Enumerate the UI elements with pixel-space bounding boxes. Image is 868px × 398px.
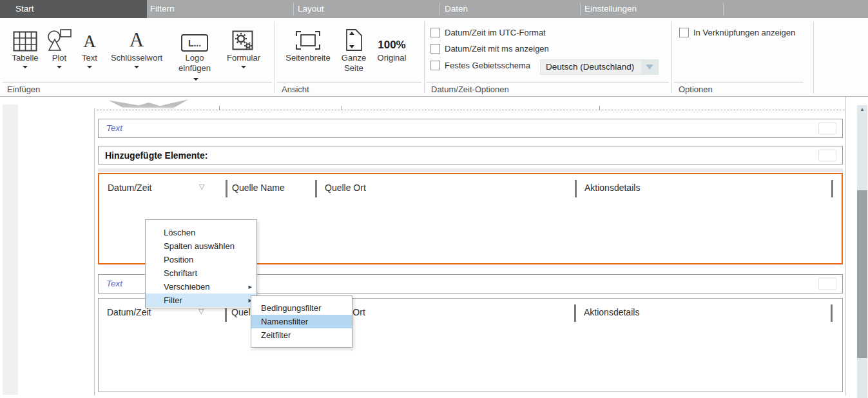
ms-checkbox[interactable] xyxy=(430,44,440,54)
logo-icon-text: L... xyxy=(188,38,201,48)
group-label-datumzeit: Datum/Zeit-Optionen xyxy=(427,82,669,96)
submenu-item-namensfilter[interactable]: Namensfilter xyxy=(251,315,352,328)
group-label-optionen: Optionen xyxy=(674,82,804,96)
logo-einfuegen-button[interactable]: L... Logo einfügen xyxy=(169,23,220,83)
button-label: Plot xyxy=(45,53,73,63)
menu-item-label: Verschieben xyxy=(164,282,210,292)
gebietsschema-checkbox[interactable] xyxy=(430,61,440,70)
submenu-arrow-icon: ▸ xyxy=(248,280,252,294)
tab-divider xyxy=(723,3,724,15)
keyword-letter-icon: A xyxy=(104,23,169,53)
tab-start[interactable]: Start xyxy=(0,0,147,18)
group-label-ansicht: Ansicht xyxy=(277,82,421,96)
tab-einstellungen[interactable]: Einstellungen xyxy=(581,0,723,18)
original-100-button[interactable]: 100% Original xyxy=(371,23,412,63)
text-button[interactable]: A Text xyxy=(75,23,104,68)
column-divider[interactable] xyxy=(831,304,833,322)
seitenbreite-button[interactable]: Seitenbreite xyxy=(280,23,336,63)
zoom-100-icon: 100% xyxy=(371,23,412,53)
event-table-2[interactable]: Datum/Zeit ▽ Quelle Name Quelle Ort Akti… xyxy=(98,298,843,392)
button-label: Seitenbreite xyxy=(280,53,336,63)
tab-daten[interactable]: Daten xyxy=(441,0,580,18)
submenu-item-bedingungsfilter[interactable]: Bedingungsfilter xyxy=(251,301,352,315)
group-label-einfuegen: Einfügen xyxy=(3,82,272,96)
text-block-1[interactable]: Text xyxy=(98,119,843,138)
column-header-datumzeit[interactable]: Datum/Zeit xyxy=(107,307,151,317)
dashed-border-tick xyxy=(599,106,600,110)
column-divider[interactable] xyxy=(226,180,227,197)
menu-item-schriftart[interactable]: Schriftart xyxy=(146,266,256,280)
partial-logo-smudge xyxy=(108,99,189,108)
button-label: Logo einfügen xyxy=(169,53,220,74)
group-label-text: Ansicht xyxy=(282,85,309,94)
heading-block[interactable]: Hinzugefügte Elemente: xyxy=(98,146,843,164)
menu-item-spalten-auswaehlen[interactable]: Spalten auswählen xyxy=(146,239,256,253)
schluesselwort-button[interactable]: A Schlüsselwort xyxy=(104,23,169,68)
column-divider[interactable] xyxy=(831,180,833,197)
verknuepfungen-checkbox[interactable] xyxy=(679,28,689,37)
column-dropdown-icon[interactable]: ▽ xyxy=(199,183,204,191)
tab-layout[interactable]: Layout xyxy=(294,0,439,18)
table-icon xyxy=(5,23,45,53)
tab-label: Start xyxy=(15,0,34,18)
button-label: Formular xyxy=(220,53,267,63)
button-label: Schlüsselwort xyxy=(104,53,169,63)
column-divider[interactable] xyxy=(574,304,576,322)
document-canvas: Text Hinzugefügte Elemente: Datum/Zeit ▽… xyxy=(0,97,868,398)
filter-submenu: Bedingungsfilter Namensfilter Zeitfilter xyxy=(251,295,352,348)
column-header-datumzeit[interactable]: Datum/Zeit xyxy=(108,183,151,193)
full-page-icon xyxy=(338,23,370,53)
column-header-aktionsdetails[interactable]: Aktionsdetails xyxy=(584,183,640,193)
tab-divider xyxy=(580,3,581,15)
menu-item-label: Löschen xyxy=(164,228,195,237)
column-header-quelle-name[interactable]: Quelle Name xyxy=(232,183,285,193)
scrollbar-up-arrow[interactable]: ▲ xyxy=(857,106,867,112)
german-flag-icon xyxy=(819,279,836,290)
chevron-down-icon xyxy=(193,78,198,81)
button-label: Text xyxy=(75,53,104,63)
checkbox-label: Datum/Zeit mit ms anzeigen xyxy=(445,44,549,54)
utc-checkbox-row: Datum/Zeit im UTC-Format xyxy=(430,28,546,37)
checkbox-label: Datum/Zeit im UTC-Format xyxy=(445,28,546,37)
tabelle-button[interactable]: Tabelle xyxy=(5,23,45,68)
heading-block-label: Hinzugefügte Elemente: xyxy=(105,150,207,161)
page-right-edge xyxy=(845,97,846,395)
utc-checkbox[interactable] xyxy=(430,28,440,37)
menu-item-label: Namensfilter xyxy=(261,317,308,326)
column-header-aktionsdetails[interactable]: Aktionsdetails xyxy=(584,307,639,317)
dashed-border-tick xyxy=(342,106,342,110)
tab-label: Einstellungen xyxy=(584,0,637,18)
locale-dropdown[interactable]: Deutsch (Deutschland) xyxy=(540,59,659,75)
text-block-label: Text xyxy=(106,279,122,288)
zoom-value: 100% xyxy=(378,39,405,52)
plot-button[interactable]: Plot xyxy=(45,23,73,68)
menu-item-verschieben[interactable]: Verschieben ▸ xyxy=(146,280,256,294)
group-divider xyxy=(275,21,275,94)
app-window: Start Filtern Layout Daten Einstellungen xyxy=(0,0,868,398)
menu-item-loeschen[interactable]: Löschen xyxy=(146,226,256,239)
ganze-seite-button[interactable]: Ganze Seite xyxy=(338,23,370,74)
menu-item-filter[interactable]: Filter ▸ xyxy=(146,294,256,307)
tab-label: Filtern xyxy=(150,0,175,18)
checkbox-label: In Verknüpfungen anzeigen xyxy=(693,28,795,37)
menu-item-position[interactable]: Position xyxy=(146,253,256,266)
formular-button[interactable]: Formular xyxy=(220,23,267,68)
chevron-down-icon xyxy=(23,66,28,68)
submenu-item-zeitfilter[interactable]: Zeitfilter xyxy=(251,328,352,342)
german-flag-icon xyxy=(819,150,836,161)
checkbox-label: Festes Gebietsschema xyxy=(445,61,530,70)
menu-item-label: Filter xyxy=(164,295,182,305)
tab-filtern[interactable]: Filtern xyxy=(147,0,293,18)
vertical-scrollbar-thumb[interactable] xyxy=(857,190,867,358)
button-label: Ganze Seite xyxy=(338,53,370,74)
group-label-text: Datum/Zeit-Optionen xyxy=(431,85,509,94)
tab-label: Layout xyxy=(298,0,324,18)
menu-item-label: Schriftart xyxy=(164,268,197,278)
column-divider[interactable] xyxy=(575,180,577,197)
chevron-down-icon xyxy=(241,66,246,68)
plot-icon xyxy=(45,23,73,53)
dropdown-arrow-zone[interactable] xyxy=(641,60,658,74)
column-divider[interactable] xyxy=(315,180,317,197)
column-header-quelle-ort[interactable]: Quelle Ort xyxy=(325,183,366,193)
chevron-down-icon xyxy=(57,66,62,68)
